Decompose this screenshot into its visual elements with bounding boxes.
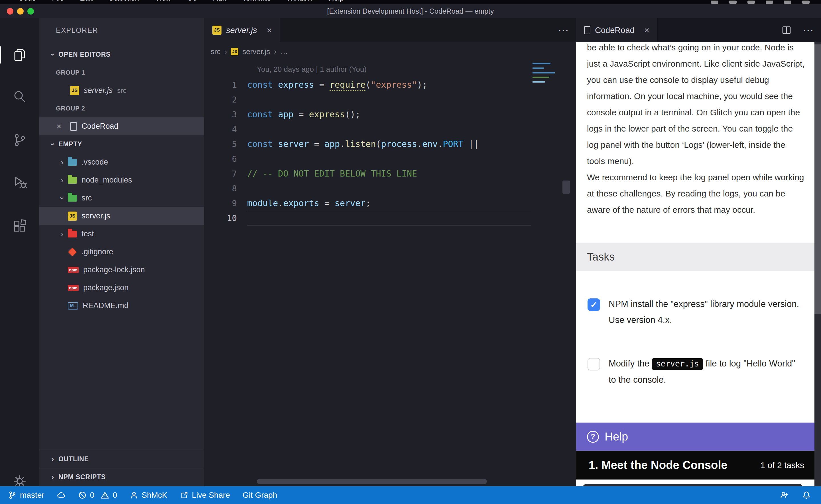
sidebar-item-gitignore[interactable]: .gitignore: [39, 243, 204, 261]
split-editor-icon[interactable]: [782, 25, 791, 35]
live-share-status[interactable]: Live Share: [180, 491, 230, 500]
open-editor-label: server.js: [84, 86, 113, 95]
menu-go[interactable]: Go: [187, 0, 197, 3]
code-text: // -- DO NOT EDIT BELOW THIS LINE: [247, 166, 531, 181]
menu-run[interactable]: Run: [213, 0, 226, 3]
menu-window[interactable]: Window: [286, 0, 313, 3]
code-text: [247, 92, 531, 107]
tab-server-js[interactable]: JS server.js ×: [204, 18, 280, 42]
error-icon: [78, 491, 87, 499]
tree-item-label: node_modules: [81, 176, 132, 185]
chevron-right-icon: ›: [56, 230, 68, 239]
menu-help[interactable]: Help: [329, 0, 344, 3]
git-branch-status[interactable]: master: [8, 491, 44, 500]
folder-icon: [68, 195, 77, 202]
menu-edit[interactable]: Edit: [80, 0, 93, 3]
section-npm-scripts[interactable]: ›NPM SCRIPTS: [39, 468, 204, 486]
menu-code[interactable]: Code: [18, 0, 36, 3]
tab-coderoad[interactable]: CodeRoad ×: [576, 18, 658, 42]
code-line[interactable]: 9module.exports = server;: [204, 196, 531, 211]
panel-more-actions-icon[interactable]: ⋯: [803, 24, 814, 36]
sidebar-item-node-modules[interactable]: ›node_modules: [39, 171, 204, 189]
open-editor-coderoad[interactable]: ×CodeRoad: [39, 117, 204, 135]
code-text: [247, 151, 531, 166]
editor-vertical-scrollbar[interactable]: [562, 181, 570, 194]
account-status[interactable]: ShMcK: [130, 491, 167, 500]
account-name: ShMcK: [142, 491, 167, 500]
invite-status[interactable]: [780, 491, 789, 499]
code-line[interactable]: 6: [204, 151, 531, 166]
notifications-status[interactable]: [802, 491, 811, 499]
task-item: Modify the server.js file to log "Hello …: [587, 356, 803, 388]
close-panel-tab-icon[interactable]: ×: [644, 25, 650, 36]
menu-file[interactable]: File: [52, 0, 64, 3]
lesson-bar: 1. Meet the Node Console 1 of 2 tasks: [576, 451, 814, 480]
open-editor-server-js[interactable]: JSserver.jssrc: [39, 81, 204, 99]
code-text: const app = express();: [247, 107, 531, 122]
code-line[interactable]: 1const express = require("express");: [204, 77, 531, 92]
extensions-icon[interactable]: [0, 213, 39, 240]
sidebar-item-src[interactable]: ›src: [39, 189, 204, 207]
run-debug-icon[interactable]: [0, 168, 39, 196]
breadcrumb-item-src[interactable]: src: [211, 47, 221, 56]
source-control-icon[interactable]: [0, 126, 39, 154]
code-text: [247, 211, 531, 226]
panel-scrollbar-thumb[interactable]: [814, 44, 821, 314]
invite-icon: [780, 491, 789, 499]
task-text: NPM install the "express" library module…: [608, 296, 801, 328]
code-line[interactable]: 8: [204, 181, 531, 196]
breadcrumb-separator: ›: [225, 47, 227, 56]
task-checkbox[interactable]: [587, 358, 600, 370]
section-empty[interactable]: ›EMPTY: [39, 135, 204, 153]
close-tab-icon[interactable]: ×: [267, 25, 272, 36]
code-text: const server = app.listen(process.env.PO…: [247, 137, 531, 151]
folder-icon: [68, 231, 77, 237]
menu-terminal[interactable]: Terminal: [242, 0, 270, 3]
task-checkbox[interactable]: ✓: [587, 298, 600, 311]
explorer-icon[interactable]: [0, 41, 39, 69]
code-line[interactable]: 5const server = app.listen(process.env.P…: [204, 137, 531, 151]
close-editor-icon[interactable]: ×: [56, 122, 62, 131]
search-icon[interactable]: [0, 83, 39, 110]
section-open-editors[interactable]: ›OPEN EDITORS: [39, 46, 204, 63]
sidebar-item-test[interactable]: ›test: [39, 225, 204, 243]
problems-status[interactable]: 0 0: [78, 491, 117, 500]
editor-group: JS server.js × ⋯ src›JSserver.js›… You, …: [204, 18, 576, 486]
markdown-icon: M↓: [68, 302, 78, 310]
editor-more-actions-icon[interactable]: ⋯: [558, 24, 569, 36]
person-icon: [130, 491, 138, 499]
breadcrumb-item-server-js[interactable]: server.js: [242, 47, 270, 56]
code-line[interactable]: 10: [204, 211, 531, 226]
live-share-label: Live Share: [192, 491, 230, 500]
editor-horizontal-scrollbar[interactable]: [257, 479, 487, 484]
code-line[interactable]: 2: [204, 92, 531, 107]
task-item: ✓NPM install the "express" library modul…: [587, 296, 803, 328]
code-line[interactable]: 7// -- DO NOT EDIT BELOW THIS LINE: [204, 166, 531, 181]
code-editor[interactable]: You, 20 days ago | 1 author (You) 1const…: [204, 61, 576, 486]
chevron-down-icon: ›: [58, 192, 67, 204]
folder-icon: [68, 159, 77, 166]
continue-button[interactable]: [582, 484, 803, 486]
coderoad-content: be able to check what’s going on in your…: [576, 42, 814, 486]
code-line[interactable]: 4: [204, 122, 531, 137]
git-graph-status[interactable]: Git Graph: [243, 491, 277, 500]
breadcrumb-item-[interactable]: …: [281, 47, 288, 56]
section-outline[interactable]: ›OUTLINE: [39, 450, 204, 468]
menu-selection[interactable]: Selection: [109, 0, 139, 3]
folder-icon: [68, 177, 77, 184]
webview-file-icon: [584, 26, 590, 34]
minimap[interactable]: [531, 62, 556, 86]
menu-view[interactable]: View: [155, 0, 171, 3]
activity-bar: [0, 18, 39, 486]
panel-scrollbar: [814, 42, 821, 486]
sidebar-item-server-js[interactable]: JSserver.js: [39, 207, 204, 225]
help-bar[interactable]: ? Help: [576, 423, 814, 451]
line-number: 7: [204, 166, 247, 181]
sidebar-item-readme-md[interactable]: M↓README.md: [39, 297, 204, 315]
chevron-down-icon: ›: [48, 49, 57, 60]
sidebar-item-vscode[interactable]: ›.vscode: [39, 153, 204, 171]
sidebar-item-package-json[interactable]: npmpackage.json: [39, 279, 204, 297]
sync-status[interactable]: [57, 491, 66, 499]
sidebar-item-package-lock-json[interactable]: npmpackage-lock.json: [39, 261, 204, 279]
code-line[interactable]: 3const app = express();: [204, 107, 531, 122]
